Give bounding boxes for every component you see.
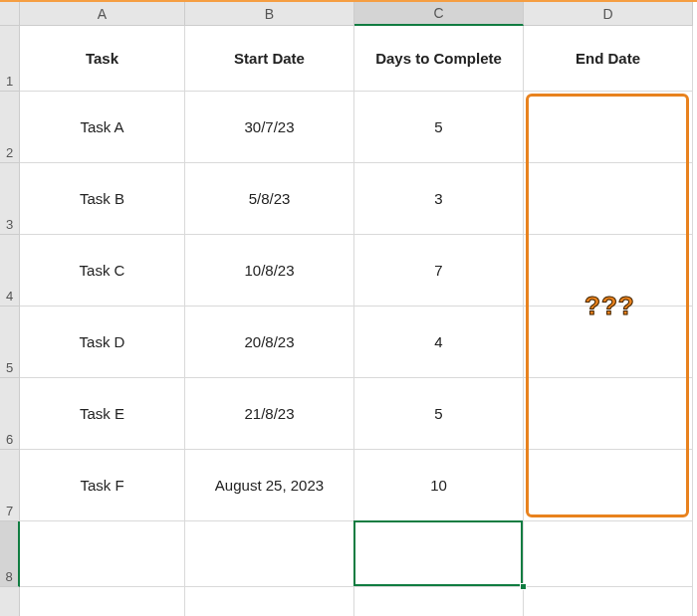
cell-a7[interactable]: Task F <box>20 450 185 521</box>
cell-b4[interactable]: 10/8/23 <box>185 235 354 307</box>
row-header-2[interactable]: 2 <box>0 92 20 163</box>
cell-c5[interactable]: 4 <box>354 307 524 378</box>
cell-a3[interactable]: Task B <box>20 163 185 235</box>
table-row <box>20 587 693 616</box>
cell-a4[interactable]: Task C <box>20 235 185 307</box>
cell-c1[interactable]: Days to Complete <box>354 26 524 92</box>
cell-d4[interactable] <box>524 235 693 307</box>
table-header-row: Task Start Date Days to Complete End Dat… <box>20 26 693 92</box>
row-header-4[interactable]: 4 <box>0 235 20 307</box>
table-row: Task A 30/7/23 5 <box>20 92 693 163</box>
row-header-1[interactable]: 1 <box>0 26 20 92</box>
cell-c9[interactable] <box>354 587 524 616</box>
cell-c8[interactable] <box>354 521 524 587</box>
select-all-corner[interactable] <box>0 2 20 26</box>
cell-d3[interactable] <box>524 163 693 235</box>
cell-a2[interactable]: Task A <box>20 92 185 163</box>
cell-a5[interactable]: Task D <box>20 307 185 378</box>
cell-d8[interactable] <box>524 521 693 587</box>
cell-c4[interactable]: 7 <box>354 235 524 307</box>
cell-b1[interactable]: Start Date <box>185 26 354 92</box>
cell-d6[interactable] <box>524 378 693 450</box>
cell-d2[interactable] <box>524 92 693 163</box>
cell-b8[interactable] <box>185 521 354 587</box>
cell-b7[interactable]: August 25, 2023 <box>185 450 354 521</box>
col-header-d[interactable]: D <box>524 2 693 26</box>
cell-a6[interactable]: Task E <box>20 378 185 450</box>
cell-b3[interactable]: 5/8/23 <box>185 163 354 235</box>
cell-d9[interactable] <box>524 587 693 616</box>
row-header-6[interactable]: 6 <box>0 378 20 450</box>
cell-c7[interactable]: 10 <box>354 450 524 521</box>
row-header-3[interactable]: 3 <box>0 163 20 235</box>
cell-b9[interactable] <box>185 587 354 616</box>
cell-b5[interactable]: 20/8/23 <box>185 307 354 378</box>
cell-b2[interactable]: 30/7/23 <box>185 92 354 163</box>
cell-b6[interactable]: 21/8/23 <box>185 378 354 450</box>
cell-a9[interactable] <box>20 587 185 616</box>
row-header-9[interactable]: 9 <box>0 587 20 616</box>
cell-grid: Task Start Date Days to Complete End Dat… <box>20 26 693 616</box>
cell-c6[interactable]: 5 <box>354 378 524 450</box>
col-header-a[interactable]: A <box>20 2 185 26</box>
col-header-c[interactable]: C <box>354 2 524 26</box>
cell-d1[interactable]: End Date <box>524 26 693 92</box>
cell-d5[interactable] <box>524 307 693 378</box>
row-header-5[interactable]: 5 <box>0 307 20 378</box>
row-headers: 1 2 3 4 5 6 7 8 9 <box>0 26 20 616</box>
column-headers: A B C D <box>20 2 693 26</box>
table-row: Task E 21/8/23 5 <box>20 378 693 450</box>
row-header-8[interactable]: 8 <box>0 521 20 587</box>
cell-c3[interactable]: 3 <box>354 163 524 235</box>
table-row: Task F August 25, 2023 10 <box>20 450 693 521</box>
row-header-7[interactable]: 7 <box>0 450 20 521</box>
cell-c2[interactable]: 5 <box>354 92 524 163</box>
fill-handle[interactable] <box>520 583 527 590</box>
table-row: Task D 20/8/23 4 <box>20 307 693 378</box>
cell-a8[interactable] <box>20 521 185 587</box>
table-row: Task C 10/8/23 7 <box>20 235 693 307</box>
table-row: Task B 5/8/23 3 <box>20 163 693 235</box>
col-header-b[interactable]: B <box>185 2 354 26</box>
table-row <box>20 521 693 587</box>
cell-d7[interactable] <box>524 450 693 521</box>
cell-a1[interactable]: Task <box>20 26 185 92</box>
